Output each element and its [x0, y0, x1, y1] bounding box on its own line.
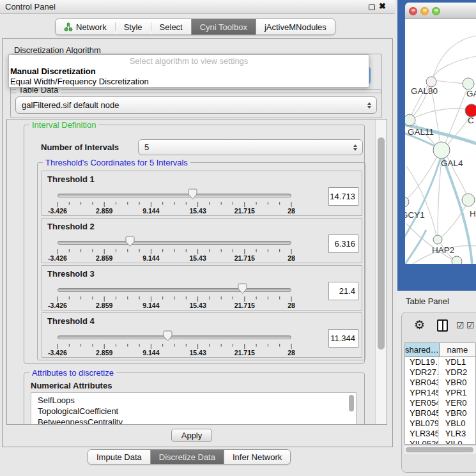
node-label: C [468, 116, 474, 125]
tab-cyni-toolbox[interactable]: Cyni Toolbox [191, 19, 256, 35]
slider-track[interactable] [58, 335, 291, 339]
slider-track[interactable] [58, 288, 291, 292]
slider-track[interactable] [58, 241, 291, 245]
node-label: H [470, 209, 476, 219]
float-window-icon[interactable] [369, 4, 375, 10]
threshold-panel-2: Threshold 2-3.4262.8599.14415.4321.71528… [42, 218, 362, 263]
network-node[interactable] [452, 256, 462, 264]
number-of-intervals-value: 5 [144, 142, 149, 152]
slider-thumb[interactable] [163, 330, 173, 344]
network-node-gal80[interactable] [426, 77, 436, 87]
tab-jactivemnodules[interactable]: jActiveMNodules [256, 19, 335, 35]
algorithm-hint-item[interactable]: Select algorithm to view settings [9, 56, 369, 66]
node-label: GAL11 [408, 127, 434, 137]
scale-label: 28 [288, 254, 295, 262]
network-node-h[interactable] [462, 194, 475, 206]
table-row[interactable]: YBR043CYBR0 [405, 378, 475, 388]
apply-button[interactable]: Apply [171, 429, 212, 442]
mac-zoom-button[interactable] [432, 7, 440, 15]
network-node-gcy1[interactable] [405, 197, 409, 207]
scale-label: 15.43 [189, 207, 206, 215]
table-hscrollbar-track[interactable] [404, 446, 476, 454]
split-columns-icon[interactable] [437, 319, 448, 332]
table-data-combobox[interactable]: galFiltered.sif default node [15, 96, 377, 114]
cell-shared-name: YER054C [405, 398, 439, 408]
tab-discretize-data[interactable]: Discretize Data [150, 450, 224, 464]
slider-thumb[interactable] [125, 236, 135, 250]
attribute-list-item[interactable]: TopologicalCoefficient [31, 406, 356, 417]
slider-track[interactable] [58, 194, 291, 197]
checkbox-icon[interactable]: ☑ [456, 320, 464, 330]
tab-style[interactable]: Style [116, 19, 151, 35]
column-header-shared-name[interactable]: shared… [405, 343, 440, 357]
network-node-c[interactable] [465, 104, 476, 117]
scale-label: 21.715 [234, 302, 255, 309]
threshold-panel-3: Threshold 3-3.4262.8599.14415.4321.71528… [42, 265, 362, 311]
scale-label: 9.144 [142, 207, 159, 215]
threshold-panel-4: Threshold 4-3.4262.8599.14415.4321.71528… [42, 312, 362, 358]
slider-thumb[interactable] [238, 283, 247, 297]
column-header-name[interactable]: name [440, 343, 475, 357]
table-row[interactable]: YBL079WYBL0 [405, 418, 475, 429]
threshold-value-field[interactable]: 11.344 [328, 329, 358, 348]
network-window-titlebar[interactable] [405, 3, 476, 19]
table-row[interactable]: YER054CYER0 [405, 398, 475, 408]
table-row[interactable]: YDL19…YDL1 [405, 357, 475, 367]
table-row[interactable]: YPR145WYPR1 [405, 388, 475, 398]
close-icon[interactable]: ✖ [379, 1, 386, 11]
table-panel-titlebar: Table Panel [397, 291, 476, 312]
scale-label: 21.715 [234, 254, 255, 262]
tab-label: jActiveMNodules [265, 22, 326, 32]
threshold-value-field[interactable]: 21.4 [328, 282, 358, 300]
cell-shared-name: YBR045C [405, 408, 439, 418]
scale-label: 21.715 [234, 207, 255, 215]
list-scrollbar-thumb[interactable] [349, 395, 354, 411]
table-row[interactable]: YIL052CYIL0 [405, 439, 475, 445]
gear-icon[interactable]: ⚙ [414, 318, 425, 332]
threshold-value-field[interactable]: 14.713 [328, 187, 358, 206]
cell-name: YBR0 [439, 378, 475, 388]
attribute-list-item[interactable]: BetweennessCentrality [31, 417, 356, 425]
settings-scrollbar-track[interactable] [375, 119, 387, 424]
tab-select[interactable]: Select [151, 19, 191, 35]
cell-name: YER0 [439, 398, 475, 408]
checkbox-icon[interactable]: ☑ [466, 320, 475, 330]
control-panel-titlebar: Control Panel ✖ [0, 0, 395, 14]
network-node-hap2[interactable] [433, 235, 442, 244]
scale-label: 28 [288, 207, 295, 215]
threshold-label: Threshold 3 [47, 269, 95, 279]
attributes-group: Attributes to discretize Numerical Attri… [24, 372, 365, 425]
tab-infer-network[interactable]: Infer Network [224, 450, 290, 464]
mac-minimize-button[interactable] [420, 7, 429, 15]
scale-label: 15.43 [189, 302, 206, 309]
spinner-arrows-icon [367, 102, 371, 109]
table-row[interactable]: YLR345WYLR3 [405, 429, 475, 439]
network-node-gal11[interactable] [405, 114, 415, 126]
network-icon [64, 22, 73, 31]
network-node-gal4[interactable] [433, 142, 450, 158]
tab-impute-data[interactable]: Impute Data [88, 450, 150, 464]
mac-close-button[interactable] [409, 7, 417, 15]
table-hscrollbar-thumb[interactable] [406, 447, 473, 452]
scale-label: 15.43 [189, 349, 206, 357]
slider-ticks [57, 296, 292, 303]
settings-scrollbar-thumb[interactable] [378, 137, 385, 349]
number-of-intervals-combobox[interactable]: 5 [138, 139, 363, 155]
slider-thumb[interactable] [188, 188, 197, 203]
attribute-list-item[interactable]: SelfLoops [31, 395, 356, 406]
threshold-value-field[interactable]: 6.316 [328, 234, 358, 253]
network-canvas[interactable]: GAL80GACGAL11GAL4GCY1HHAP2 [405, 19, 476, 264]
threshold-coordinates-label: Threshold's Coordinates for 5 Intervals [43, 158, 190, 167]
table-data-combobox-value: galFiltered.sif default node [22, 100, 119, 110]
tab-network[interactable]: Network [56, 19, 115, 35]
node-table: shared… name YDL19…YDL1YDR27…YDR2YBR043C… [404, 342, 476, 445]
cell-name: YBL0 [439, 418, 475, 429]
algorithm-option-manual[interactable]: Manual Discretization [9, 66, 369, 77]
node-label: HAP2 [432, 245, 454, 255]
table-row[interactable]: YBR045CYBR0 [405, 408, 475, 418]
network-node-ga[interactable] [463, 78, 474, 89]
numerical-attributes-list[interactable]: SelfLoopsTopologicalCoefficientBetweenne… [31, 392, 357, 425]
algorithm-option-equal-width[interactable]: Equal Width/Frequency Discretization [9, 77, 369, 87]
attributes-group-label: Attributes to discretize [29, 368, 116, 378]
table-row[interactable]: YDR27…YDR2 [405, 367, 475, 378]
